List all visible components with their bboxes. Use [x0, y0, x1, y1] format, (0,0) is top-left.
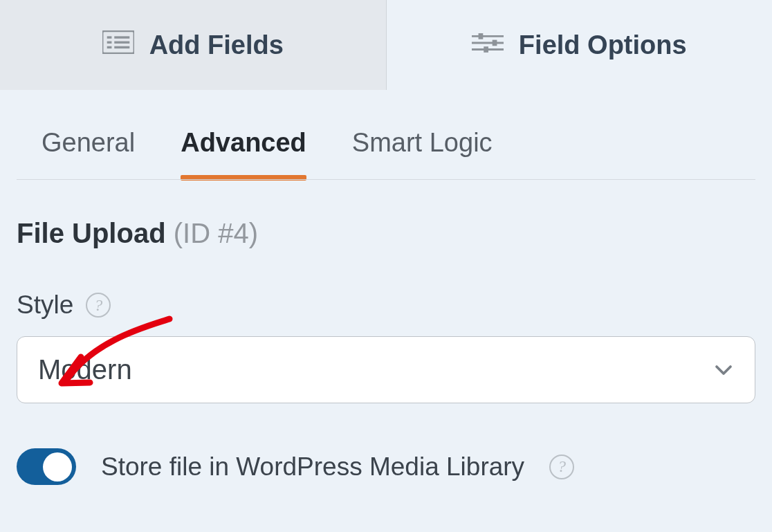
- svg-rect-8: [478, 33, 483, 39]
- sliders-icon: [472, 30, 504, 60]
- svg-rect-2: [114, 36, 129, 38]
- style-select[interactable]: Modern: [17, 336, 755, 403]
- subtab-advanced[interactable]: Advanced: [181, 128, 306, 180]
- svg-rect-12: [484, 46, 488, 53]
- field-id: (ID #4): [174, 218, 258, 248]
- chevron-down-icon: [713, 360, 734, 380]
- tab-add-fields-label: Add Fields: [149, 30, 284, 60]
- media-library-toggle-label: Store file in WordPress Media Library: [101, 452, 524, 481]
- tab-field-options-label: Field Options: [519, 30, 687, 60]
- svg-rect-3: [107, 41, 111, 43]
- list-icon: [102, 30, 134, 60]
- options-panel: File Upload (ID #4) Style ? Modern Store…: [0, 180, 772, 513]
- field-name: File Upload: [17, 218, 166, 248]
- svg-rect-4: [114, 41, 129, 43]
- tab-field-options[interactable]: Field Options: [387, 0, 773, 90]
- media-library-toggle-row: Store file in WordPress Media Library ?: [17, 448, 755, 485]
- toggle-knob: [43, 452, 72, 481]
- svg-rect-1: [107, 36, 111, 38]
- subtab-smart-logic[interactable]: Smart Logic: [352, 128, 493, 180]
- sub-tabs: General Advanced Smart Logic: [0, 90, 772, 180]
- tab-add-fields[interactable]: Add Fields: [0, 0, 386, 90]
- help-icon[interactable]: ?: [549, 455, 574, 479]
- media-library-toggle[interactable]: [17, 448, 76, 485]
- style-label-row: Style ?: [17, 291, 755, 320]
- svg-rect-6: [114, 46, 129, 48]
- field-title: File Upload (ID #4): [17, 218, 755, 249]
- help-icon[interactable]: ?: [86, 293, 111, 318]
- svg-rect-10: [493, 39, 497, 46]
- top-tabs: Add Fields Field Options: [0, 0, 772, 90]
- subtab-general[interactable]: General: [42, 128, 135, 180]
- style-label: Style: [17, 291, 73, 320]
- style-select-value: Modern: [38, 354, 132, 385]
- svg-rect-5: [107, 46, 111, 48]
